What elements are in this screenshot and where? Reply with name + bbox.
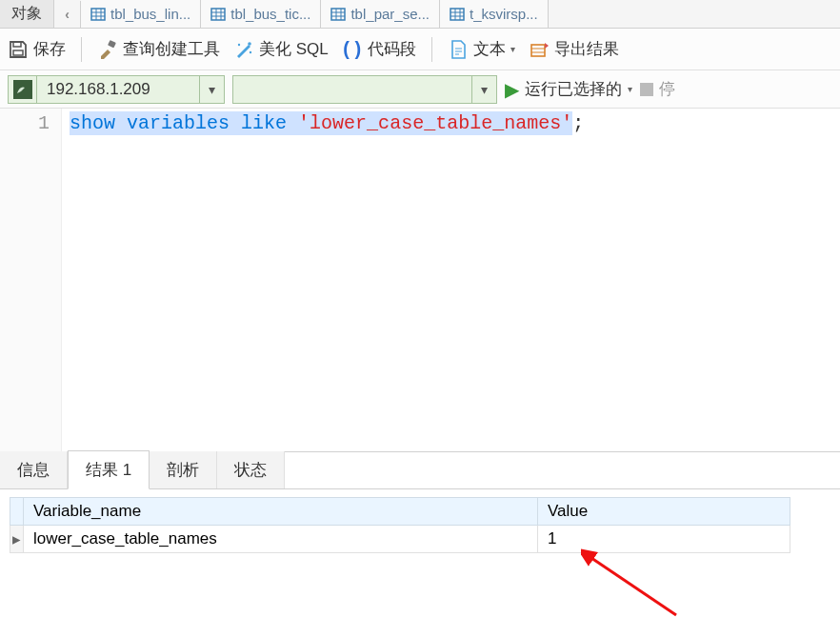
svg-rect-10: [331, 9, 345, 20]
row-marker-header: [10, 498, 24, 526]
svg-rect-21: [13, 50, 23, 55]
magic-wand-icon: [233, 39, 254, 60]
results-table[interactable]: Variable_name Value ▸ lower_case_table_n…: [10, 497, 790, 553]
dropdown-icon: ▾: [510, 44, 515, 54]
chevron-left-icon: ‹: [65, 7, 70, 22]
results-tab-bar: 信息 结果 1 剖析 状态: [0, 451, 840, 489]
hammer-icon: [97, 39, 118, 60]
tab-status[interactable]: 状态: [217, 451, 285, 488]
svg-point-23: [248, 42, 251, 46]
export-results-button[interactable]: 导出结果: [529, 38, 619, 60]
run-label: 运行已选择的: [525, 78, 622, 100]
dropdown-icon: ▾: [628, 84, 632, 94]
stop-label: 停: [659, 78, 675, 100]
file-tab-label: t_ksvirsp...: [470, 6, 538, 22]
chevron-down-icon[interactable]: ▾: [471, 76, 496, 103]
tabs-back-button[interactable]: ‹: [54, 1, 81, 28]
file-tabs-bar: 对象 ‹ tbl_bus_lin... tbl_bus_tic... tbl_p…: [0, 0, 840, 29]
results-panel: Variable_name Value ▸ lower_case_table_n…: [0, 489, 840, 561]
svg-rect-5: [211, 9, 225, 20]
export-icon: [529, 39, 550, 60]
svg-rect-20: [13, 42, 21, 47]
run-selected-button[interactable]: ▶ 运行已选择的 ▾: [505, 78, 632, 101]
beautify-sql-button[interactable]: 美化 SQL: [233, 38, 329, 60]
svg-line-33: [589, 556, 676, 615]
stop-icon: [640, 83, 653, 96]
file-tab-1[interactable]: tbl_bus_lin...: [81, 0, 201, 28]
save-label: 保存: [33, 38, 66, 60]
table-icon: [210, 7, 226, 22]
connection-host: 192.168.1.209: [37, 80, 199, 99]
query-builder-label: 查询创建工具: [123, 38, 220, 60]
svg-point-24: [238, 43, 240, 45]
table-icon: [330, 7, 346, 22]
connection-icon: [9, 76, 37, 103]
svg-rect-22: [108, 40, 116, 48]
tab-profile[interactable]: 剖析: [150, 451, 217, 488]
toolbar-separator: [81, 37, 82, 62]
table-header-row: Variable_name Value: [10, 498, 790, 526]
database-select[interactable]: ▾: [232, 75, 497, 104]
svg-rect-0: [91, 9, 105, 20]
chevron-down-icon[interactable]: ▾: [199, 76, 224, 103]
parentheses-icon: ( ): [342, 39, 363, 60]
code-content[interactable]: show variables like 'lower_case_table_na…: [62, 109, 840, 451]
save-button[interactable]: 保存: [8, 38, 66, 60]
toolbar-separator: [431, 37, 432, 62]
toolbar: 保存 查询创建工具 美化 SQL ( ) 代码段 文本 ▾ 导出结果: [0, 29, 840, 70]
connection-select[interactable]: 192.168.1.209 ▾: [8, 75, 225, 104]
export-label: 导出结果: [554, 38, 619, 60]
file-tab-3[interactable]: tbl_par_se...: [321, 0, 440, 28]
svg-rect-29: [531, 45, 545, 56]
connection-bar: 192.168.1.209 ▾ ▾ ▶ 运行已选择的 ▾ 停: [0, 70, 840, 109]
document-icon: [448, 39, 469, 60]
tab-info[interactable]: 信息: [0, 451, 68, 488]
file-tab-2[interactable]: tbl_bus_tic...: [201, 0, 321, 28]
table-icon: [450, 7, 465, 22]
snippet-label: 代码段: [368, 38, 416, 60]
tab-result-1[interactable]: 结果 1: [68, 450, 150, 489]
file-tab-label: tbl_bus_tic...: [230, 6, 310, 22]
svg-point-25: [250, 50, 251, 52]
svg-rect-15: [450, 9, 464, 20]
annotation-arrow-icon: [581, 548, 695, 625]
beautify-label: 美化 SQL: [259, 38, 329, 60]
table-icon: [90, 7, 106, 22]
save-icon: [8, 39, 29, 60]
stop-button[interactable]: 停: [640, 78, 675, 100]
sql-editor[interactable]: 1 show variables like 'lower_case_table_…: [0, 109, 840, 451]
objects-tab[interactable]: 对象: [0, 0, 54, 28]
text-button[interactable]: 文本 ▾: [448, 38, 515, 60]
col-value[interactable]: Value: [538, 498, 790, 526]
text-label: 文本: [473, 38, 506, 60]
line-gutter: 1: [0, 109, 62, 451]
file-tab-label: tbl_bus_lin...: [110, 6, 190, 22]
file-tab-label: tbl_par_se...: [350, 6, 430, 22]
code-snippet-button[interactable]: ( ) 代码段: [342, 38, 416, 60]
row-marker-icon: ▸: [10, 526, 24, 553]
cell-variable-name[interactable]: lower_case_table_names: [24, 526, 538, 553]
play-icon: ▶: [505, 78, 519, 101]
query-builder-button[interactable]: 查询创建工具: [97, 38, 220, 60]
file-tab-4[interactable]: t_ksvirsp...: [440, 0, 549, 28]
line-number: 1: [0, 112, 50, 134]
col-variable-name[interactable]: Variable_name: [24, 498, 538, 526]
